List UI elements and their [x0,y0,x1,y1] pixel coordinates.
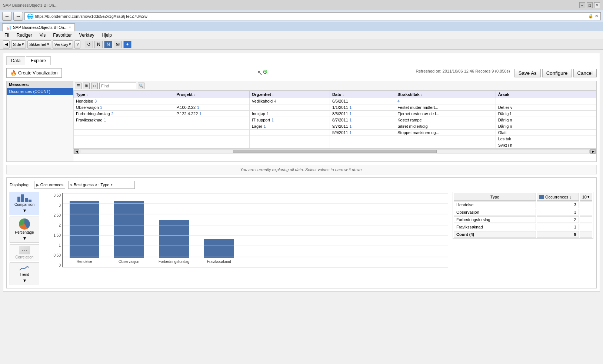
scroll-right-btn[interactable]: ▶ [590,149,596,154]
sort-icon-prosjekt[interactable]: ↓ [194,93,196,97]
y-label-050: 0.50 [54,253,61,257]
bar-chart-container: 3.50 3 2.50 2 1.50 1 0.50 0 [42,192,450,285]
table-cell-strak [395,136,496,142]
create-visualization-button[interactable]: 🔥 Create Visualization [6,68,62,78]
refresh-icon[interactable]: ✕ [595,14,598,19]
tab-close-icon[interactable]: × [69,26,71,29]
table-cell-strak: Kostet rampe [395,117,496,123]
table-row[interactable]: Hendelse3Vedlikahold46/6/20114 [74,98,596,104]
address-bar[interactable]: 🌐 https://bi.ondemand.com/show/1dds5eZv1… [24,12,601,20]
count-select[interactable]: 10 ▾ [582,194,590,199]
table-row[interactable]: Lager19/7/20111Sikret midlertidigDårlig … [74,123,596,130]
menu-vis[interactable]: Vis [38,32,47,38]
sort-desc-icon[interactable]: ↓ [570,195,572,199]
table-cell-strak [395,142,496,148]
grid-icon-3[interactable]: □ [91,83,98,89]
back-button[interactable]: ← [2,12,12,21]
col-header-dato[interactable]: Dato ↓ [330,91,395,98]
menu-hjelp[interactable]: Hjelp [100,32,113,38]
menu-verktoy[interactable]: Verktøy [78,32,96,38]
horizontal-scrollbar[interactable]: ◀ ▶ [73,148,596,154]
table-cell: Lager1 [249,123,330,130]
legend-row[interactable]: Forbedringsforslag2 [454,216,592,223]
tab-explore[interactable]: Explore [26,56,51,65]
occurrences-dropdown[interactable]: ▶ Occurrences [34,181,65,189]
table-cell [174,98,250,104]
close-button[interactable]: × [594,2,600,8]
save-as-button[interactable]: Save As [514,69,541,77]
scroll-thumb[interactable] [233,150,437,153]
table-cell: 9/9/20111 [330,130,395,136]
sort-icon-strak[interactable]: ↓ [421,93,423,97]
tab-data[interactable]: Data [6,56,25,65]
table-row[interactable]: Observasjon3P.100.2.2211/1/20111Festet m… [74,104,596,111]
menu-fil[interactable]: Fil [3,32,11,38]
menu-favoritter[interactable]: Favoritter [51,32,73,38]
table-row[interactable]: 9/9/20111Stoppet maskinen og...Glatt [74,130,596,136]
app-tab-bar: Data Explore [6,56,597,65]
occurrences-measure[interactable]: Occurrences (COUNT) [7,88,73,95]
legend-row[interactable]: Fravikssøknad1 [454,224,592,230]
tool-icon-2[interactable]: N [94,41,103,48]
table-cell-strak: Stoppet maskinen og... [395,130,496,136]
configure-button[interactable]: Configure [542,69,572,77]
tool-icon-3[interactable]: N [104,41,112,48]
forward-button[interactable]: → [13,12,23,21]
col-header-strak[interactable]: Strakstiltak ↓ [395,91,496,98]
table-row[interactable]: Fravikssøknad1IT support18/7/20111Kostet… [74,117,596,123]
browser-nav: ← → 🌐 https://bi.ondemand.com/show/1dds5… [0,10,603,22]
tool-icon-1[interactable]: ↺ [85,41,93,48]
comparison-arrow[interactable]: ▾ [23,207,26,213]
col-header-type[interactable]: Type ↓ [74,91,174,98]
percentage-chart-btn[interactable]: Percentage ▾ [10,217,39,243]
find-input[interactable] [99,83,136,89]
correlation-chart-btn[interactable]: ⋯ Correlation [10,244,39,261]
table-cell-arsak: Det er v [496,104,596,111]
table-row[interactable]: Forbedringsforslag2P.122.4.2221Innkjøp18… [74,111,596,117]
scroll-track[interactable] [80,150,590,153]
grid-toolbar: ☰ ⊞ □ 🔍 [73,81,596,91]
count-arrow[interactable]: ▾ [587,194,590,199]
help-icon[interactable]: ? [74,40,80,49]
legend-row[interactable]: Observasjon3 [454,209,592,216]
security-dropdown[interactable]: Sikkerhet ▾ [27,40,51,49]
measures-panel: Measures: Occurrences (COUNT) [7,81,73,161]
search-icon[interactable]: 🔍 [138,83,144,89]
tool-icon-4[interactable]: ✉ [114,41,122,48]
table-cell-arsak: Dårlig f [496,111,596,117]
table-row[interactable]: Svikt i h [74,142,596,148]
col-header-arsak[interactable]: Årsak [496,91,596,98]
col-header-prosjekt[interactable]: Prosjekt ↓ [174,91,250,98]
legend-col-count[interactable]: 10 ▾ [580,193,592,201]
menu-rediger[interactable]: Rediger [15,32,34,38]
table-row[interactable]: Les tak [74,136,596,142]
grid-icon-2[interactable]: ⊞ [83,83,90,89]
col-header-org[interactable]: Org.enhet ↓ [249,91,330,98]
table-cell [174,136,250,142]
back-tool[interactable]: ◀ [3,40,10,49]
table-cell [330,142,395,148]
grid-icon-1[interactable]: ☰ [75,83,81,89]
percentage-arrow[interactable]: ▾ [23,235,26,241]
verktoy-dropdown[interactable]: Verktøy ▾ [53,40,73,49]
table-cell: 6/6/2011 [330,98,395,104]
trend-chart-btn[interactable]: Trend ▾ [10,263,39,285]
sort-icon-type[interactable]: ↓ [86,93,88,97]
comparison-chart-btn[interactable]: Comparison ▾ [10,192,39,215]
browser-tab-active[interactable]: 📊 SAP BusinessObjects BI On... × [2,23,75,31]
scroll-left-btn[interactable]: ◀ [74,149,79,154]
table-cell [74,130,174,136]
table-cell-strak: Sikret midlertidig [395,123,496,130]
legend-row[interactable]: Hendelse3 [454,201,592,208]
sort-icon-dato[interactable]: ↓ [342,93,344,97]
sort-icon-org[interactable]: ↓ [272,93,274,97]
refresh-info: Refreshed on: 2011/10/06 12:46 Records 9… [416,69,510,76]
minimize-button[interactable]: − [579,2,585,8]
best-guess-dropdown[interactable]: < Best guess > : Type ▾ [68,181,135,189]
cancel-button[interactable]: Cancel [573,69,597,77]
maximize-button[interactable]: □ [587,2,593,8]
table-cell: Fravikssøknad1 [74,117,174,123]
page-dropdown[interactable]: Side ▾ [11,40,26,49]
trend-arrow[interactable]: ▾ [23,277,26,283]
tool-icon-5[interactable]: ✦ [123,41,131,48]
